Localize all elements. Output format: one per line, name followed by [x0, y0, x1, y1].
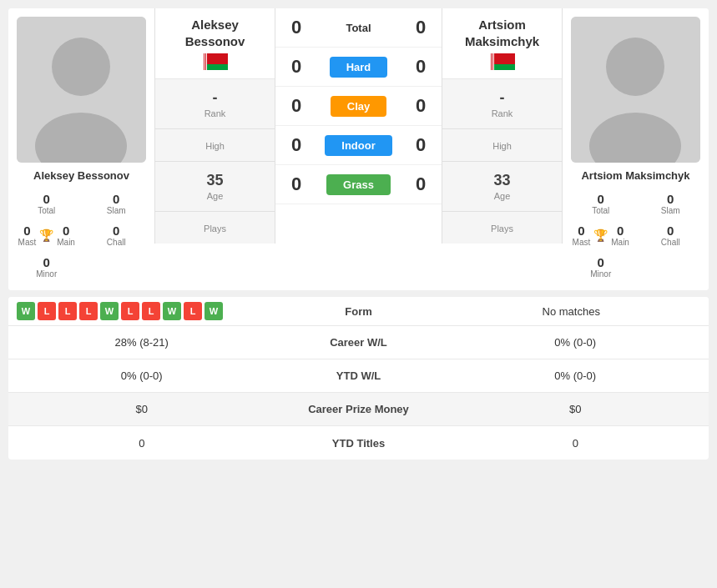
player1-detail-header: Aleksey Bessonov — [155, 8, 275, 79]
form-badge-l: L — [58, 302, 77, 320]
player2-avatar — [571, 17, 700, 163]
player2-detail-header: Artsiom Maksimchyk — [442, 8, 562, 79]
player1-total-label: Total — [14, 206, 79, 215]
ytd-titles-p2: 0 — [442, 430, 709, 456]
player1-slam-cell: 0 Slam — [83, 188, 151, 219]
career-prize-label: Career Prize Money — [275, 396, 442, 422]
indoor-badge: Indoor — [325, 135, 391, 156]
form-badge-l: L — [38, 302, 56, 320]
player2-main-label: Main — [611, 238, 629, 247]
player2-stats-grid: 0 Total 0 Slam 0 Mast 🏆 0 Main — [567, 188, 704, 282]
player1-plays-row: Plays — [155, 212, 275, 244]
indoor-score-p1: 0 — [275, 134, 317, 156]
grass-badge: Grass — [326, 174, 391, 195]
belarus-flag-p1 — [203, 53, 228, 70]
player1-main-value: 0 — [57, 224, 75, 238]
career-prize-p1: $0 — [8, 396, 275, 422]
player1-main-label: Main — [57, 238, 75, 247]
svg-rect-11 — [491, 53, 492, 70]
form-badge-l: L — [184, 302, 202, 320]
ytd-titles-p1: 0 — [8, 430, 275, 456]
indoor-score-label: Indoor — [317, 135, 400, 156]
career-wl-p1: 28% (8-21) — [8, 329, 275, 355]
form-badge-w: W — [163, 302, 181, 320]
player2-chall-label: Chall — [639, 238, 704, 247]
player1-photo-area: Aleksey Bessonov 0 Total 0 Slam 0 Mast 🏆 — [8, 8, 154, 290]
player2-flag — [451, 53, 553, 70]
form-label: Form — [275, 305, 442, 318]
player2-total-value: 0 — [568, 192, 634, 206]
player2-high-label: High — [451, 141, 553, 151]
player1-chall-value: 0 — [84, 224, 149, 238]
player2-age-row: 33 Age — [442, 162, 562, 212]
player2-detail-name: Artsiom Maksimchyk — [451, 17, 553, 49]
player2-rank-row: - Rank — [442, 79, 562, 129]
center-scores-panel: 0 Total 0 0 Hard 0 0 Clay 0 0 — [275, 8, 442, 204]
total-score-p2: 0 — [400, 17, 442, 38]
player1-chall-label: Chall — [84, 238, 149, 247]
player1-minor-cell: 0 Minor — [13, 252, 81, 282]
indoor-score-row: 0 Indoor 0 — [275, 126, 442, 165]
player2-mast-cell: 0 Mast 🏆 0 Main — [567, 220, 635, 250]
player2-plays-row: Plays — [442, 212, 562, 244]
player1-mast-label: Mast — [18, 238, 37, 247]
clay-score-label: Clay — [317, 96, 400, 117]
player1-detail-name: Aleksey Bessonov — [164, 17, 266, 49]
player1-plays-label: Plays — [164, 224, 266, 234]
player2-high-row: High — [442, 129, 562, 162]
player1-rank-row: - Rank — [155, 79, 275, 129]
grass-score-row: 0 Grass 0 — [275, 165, 442, 204]
svg-rect-7 — [205, 53, 206, 70]
total-score-label: Total — [317, 22, 400, 34]
ytd-titles-label: YTD Titles — [275, 430, 442, 456]
player1-minor-label: Minor — [14, 269, 79, 279]
player1-form-badges: WLLLWLLWLW — [17, 302, 275, 320]
trophy-icon-p2: 🏆 — [593, 229, 608, 242]
ytd-wl-row: 0% (0-0) YTD W/L 0% (0-0) — [8, 359, 709, 393]
svg-rect-6 — [204, 53, 204, 70]
player2-minor-label: Minor — [568, 269, 634, 279]
svg-rect-10 — [490, 53, 494, 70]
player2-total-label: Total — [568, 206, 634, 215]
trophy-icon-p1: 🏆 — [39, 229, 53, 242]
player2-age-label: Age — [451, 191, 553, 201]
player2-mast-value: 0 — [573, 224, 591, 238]
hard-score-row: 0 Hard 0 — [275, 48, 442, 87]
main-container: Aleksey Bessonov 0 Total 0 Slam 0 Mast 🏆 — [0, 0, 717, 468]
player2-main-value: 0 — [611, 224, 629, 238]
player2-chall-value: 0 — [639, 224, 704, 238]
player1-high-row: High — [155, 129, 275, 162]
player1-total-cell: 0 Total — [13, 188, 81, 219]
player2-slam-cell: 0 Slam — [637, 188, 705, 219]
hard-score-p2: 0 — [400, 56, 442, 78]
svg-point-1 — [52, 38, 110, 96]
player1-total-value: 0 — [14, 192, 79, 206]
clay-score-p1: 0 — [275, 95, 317, 117]
player2-plays-label: Plays — [451, 224, 553, 234]
player1-age-row: 35 Age — [155, 162, 275, 212]
player2-minor-cell: 0 Minor — [567, 252, 635, 282]
form-badge-l: L — [121, 302, 139, 320]
form-badge-l: L — [142, 302, 160, 320]
player1-age-value: 35 — [164, 172, 266, 189]
bottom-section: WLLLWLLWLW Form No matches 28% (8-21) Ca… — [8, 297, 709, 460]
player2-detail-panel: Artsiom Maksimchyk - Rank — [442, 8, 563, 244]
clay-badge: Clay — [331, 96, 386, 117]
grass-score-label: Grass — [317, 174, 400, 195]
player2-mast-label: Mast — [573, 238, 591, 247]
player1-slam-value: 0 — [84, 192, 149, 206]
ytd-wl-label: YTD W/L — [275, 363, 442, 389]
player2-photo-area: Artsiom Maksimchyk 0 Total 0 Slam 0 Mast… — [563, 8, 709, 290]
player1-avatar — [17, 17, 146, 163]
player1-rank-label: Rank — [164, 108, 266, 118]
career-prize-row: $0 Career Prize Money $0 — [8, 393, 709, 426]
player1-slam-label: Slam — [84, 206, 149, 215]
player1-age-label: Age — [164, 191, 266, 201]
player2-slam-value: 0 — [639, 192, 704, 206]
grass-score-p2: 0 — [400, 173, 442, 195]
player2-rank-value: - — [451, 89, 553, 107]
clay-score-row: 0 Clay 0 — [275, 87, 442, 126]
player1-rank-value: - — [164, 89, 266, 107]
form-badge-w: W — [204, 302, 223, 320]
player2-rank-label: Rank — [451, 108, 553, 118]
